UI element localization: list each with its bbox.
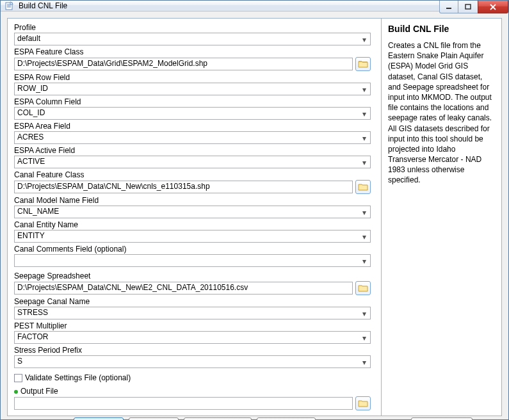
espa-area-value: ACRES	[17, 133, 44, 141]
canal-comments-label: Canal Comments Field (optional)	[14, 244, 371, 254]
maximize-button[interactable]	[458, 1, 478, 13]
espa-col-select[interactable]: COL_ID ▾	[14, 107, 371, 120]
output-file-browse-button[interactable]	[355, 396, 371, 410]
espa-fc-input[interactable]: D:\Projects\ESPAM_Data\Grid\ESPAM2_Model…	[14, 58, 353, 70]
espa-fc-label: ESPA Feature Class	[14, 47, 371, 57]
stress-prefix-value: S	[17, 357, 22, 366]
titlebar: Build CNL File	[1, 1, 508, 12]
chevron-down-icon: ▾	[359, 309, 369, 318]
help-panel: Build CNL File Creates a CNL file from t…	[382, 18, 502, 416]
profile-select[interactable]: default ▾	[14, 33, 371, 45]
chevron-down-icon: ▾	[359, 357, 369, 367]
chevron-down-icon: ▾	[359, 85, 369, 94]
pest-mult-value: FACTOR	[17, 332, 48, 341]
seep-name-label: Seepage Canal Name	[14, 296, 371, 307]
pest-mult-label: PEST Multiplier	[14, 321, 371, 331]
canal-fc-browse-button[interactable]	[355, 180, 371, 194]
canal-fc-label: Canal Feature Class	[14, 170, 371, 180]
canal-fc-input[interactable]: D:\Projects\ESPAM_Data\CNL_New\cnls_e110…	[14, 181, 353, 193]
output-file-label: Output File	[14, 386, 371, 396]
chevron-down-icon: ▾	[359, 232, 369, 241]
canal-entity-select[interactable]: ENTITY ▾	[14, 230, 371, 243]
chevron-down-icon: ▾	[359, 158, 369, 167]
stress-prefix-label: Stress Period Prefix	[14, 345, 371, 355]
espa-area-select[interactable]: ACRES ▾	[14, 131, 371, 144]
espa-active-label: ESPA Active Field	[14, 145, 371, 156]
espa-row-value: ROW_ID	[17, 84, 48, 93]
canal-entity-label: Canal Entity Name	[14, 220, 371, 230]
window-controls	[439, 1, 508, 13]
svg-rect-2	[465, 4, 471, 9]
chevron-down-icon: ▾	[359, 256, 369, 266]
seep-name-value: STRESS	[17, 308, 48, 317]
chevron-down-icon: ▾	[359, 35, 369, 44]
help-body: Creates a CNL file from the Eastern Snak…	[388, 40, 492, 186]
seep-sheet-value: D:\Projects\ESPAM_Data\CNL_New\E2_CNL_DA…	[17, 283, 248, 292]
minimize-button[interactable]	[439, 1, 458, 13]
pest-mult-select[interactable]: FACTOR ▾	[14, 331, 371, 344]
canal-model-value: CNL_NAME	[17, 207, 59, 216]
dialog-window: Build CNL File Profile default ▾	[0, 0, 509, 420]
seep-sheet-input[interactable]: D:\Projects\ESPAM_Data\CNL_New\E2_CNL_DA…	[14, 282, 353, 295]
environments-button[interactable]: Environments...	[184, 417, 251, 420]
close-button[interactable]	[478, 1, 508, 13]
espa-active-value: ACTIVE	[17, 157, 45, 166]
espa-area-label: ESPA Area Field	[14, 121, 371, 131]
profile-value: default	[17, 34, 40, 43]
espa-row-select[interactable]: ROW_ID ▾	[14, 83, 371, 95]
seep-sheet-browse-button[interactable]	[355, 281, 371, 295]
chevron-down-icon: ▾	[359, 207, 369, 217]
stress-prefix-select[interactable]: S ▾	[14, 355, 371, 368]
help-heading: Build CNL File	[388, 24, 492, 34]
output-file-input[interactable]	[14, 397, 353, 410]
canal-entity-value: ENTITY	[17, 231, 45, 240]
ok-button[interactable]: OK	[74, 417, 124, 420]
cancel-button[interactable]: Cancel	[129, 417, 179, 420]
button-bar: OK Cancel Environments... << Hide Help T…	[1, 417, 508, 420]
form-scroll[interactable]: Profile default ▾ ESPA Feature Class D:\…	[14, 22, 375, 412]
svg-rect-1	[446, 8, 451, 9]
espa-active-select[interactable]: ACTIVE ▾	[14, 156, 371, 168]
validate-checkbox[interactable]	[14, 374, 22, 382]
canal-fc-value: D:\Projects\ESPAM_Data\CNL_New\cnls_e110…	[17, 182, 210, 191]
canal-model-label: Canal Model Name Field	[14, 195, 371, 206]
window-title: Build CNL File	[19, 1, 67, 10]
app-icon	[4, 1, 15, 11]
content-area: Profile default ▾ ESPA Feature Class D:\…	[1, 12, 508, 417]
espa-col-label: ESPA Column Field	[14, 97, 371, 107]
profile-label: Profile	[14, 22, 371, 33]
validate-label: Validate Settings File (optional)	[25, 373, 131, 382]
chevron-down-icon: ▾	[359, 333, 369, 343]
hide-help-button[interactable]: << Hide Help	[257, 417, 316, 420]
seep-sheet-label: Seepage Spreadsheet	[14, 271, 371, 281]
chevron-down-icon: ▾	[359, 109, 369, 118]
espa-fc-browse-button[interactable]	[355, 57, 371, 71]
espa-row-label: ESPA Row Field	[14, 72, 371, 83]
form-panel: Profile default ▾ ESPA Feature Class D:\…	[7, 18, 382, 416]
canal-model-select[interactable]: CNL_NAME ▾	[14, 206, 371, 218]
espa-col-value: COL_ID	[17, 108, 45, 117]
canal-comments-select[interactable]: ▾	[14, 254, 371, 267]
seep-name-select[interactable]: STRESS ▾	[14, 307, 371, 319]
chevron-down-icon: ▾	[359, 133, 369, 143]
help-scroll[interactable]: Build CNL File Creates a CNL file from t…	[388, 24, 495, 410]
espa-fc-value: D:\Projects\ESPAM_Data\Grid\ESPAM2_Model…	[17, 59, 207, 68]
tool-help-button[interactable]: Tool Help	[411, 417, 473, 420]
